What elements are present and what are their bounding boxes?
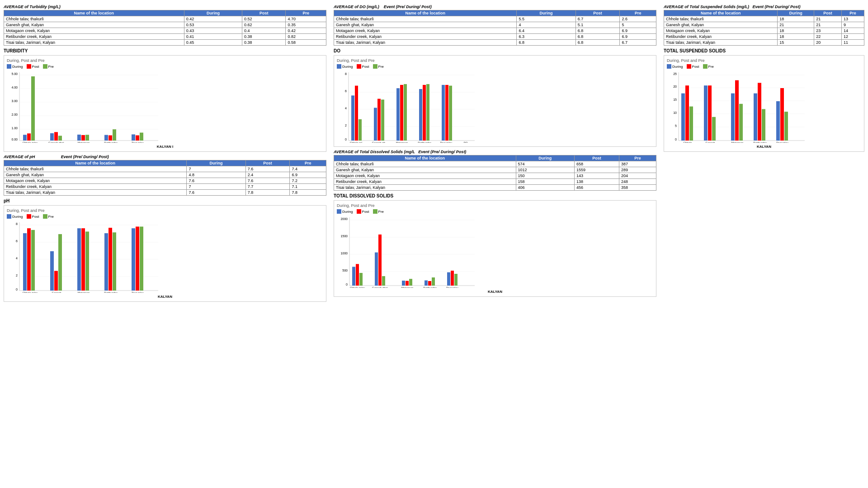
table-cell: Tisai talav, Jarimari, Kalyan [334,185,516,191]
svg-rect-102 [423,85,426,141]
table-cell: 4.70 [286,16,326,22]
svg-rect-133 [409,279,412,286]
svg-rect-93 [374,108,377,141]
tss-chart-title: During, Post and Pre [667,58,861,63]
svg-rect-103 [426,84,429,141]
svg-text:Retibunder: Retibunder [104,141,117,143]
table-cell: 7.7 [245,184,290,190]
table-cell: Tisai talav, Jarimari, Kalyan [664,40,778,46]
svg-text:Tisai talav,: Tisai talav, [132,291,144,293]
svg-rect-18 [50,133,54,141]
svg-text:Tisai talav,: Tisai talav, [446,286,459,288]
table-cell: Motagaon creek, Kalyan [664,28,778,34]
svg-text:2: 2 [16,274,18,277]
table-cell: 4.8 [187,172,245,178]
svg-rect-177 [754,94,757,141]
svg-rect-183 [776,101,780,141]
table-cell: 6.8 [517,40,576,46]
svg-text:8: 8 [16,222,18,225]
svg-text:Motagaon: Motagaon [78,141,90,143]
ph-chart-box: During, Post and Pre During Post Pre 8 6… [4,205,326,302]
table-cell: 7.6 [245,166,290,172]
ph-section: AVERAGE of pH Event (Pre/ During/ Post) … [4,155,326,302]
table-row: Chhole talav, thakurli0.420.524.70 [4,16,326,22]
svg-text:Ganesh: Ganesh [705,141,715,143]
svg-rect-58 [54,271,58,291]
do-col-during: During [517,10,576,16]
svg-text:Retibunder: Retibunder [104,291,117,293]
table-cell: Chhole talav, thakurli [4,166,187,172]
svg-rect-94 [377,99,381,141]
svg-rect-62 [77,228,81,291]
svg-text:8: 8 [345,72,347,75]
table-row: Retibunder creek, Kalyan158138248 [334,179,656,185]
turbidity-table: Name of the location During Post Pre Chh… [4,10,326,46]
svg-text:4: 4 [345,107,347,110]
svg-text:DO: DO [464,141,468,143]
table-cell: 6.3 [517,34,576,40]
table-cell: 21 [814,16,842,22]
svg-rect-67 [104,233,108,291]
table-cell: 0.43 [184,28,242,34]
table-cell: 0.35 [286,22,326,28]
svg-rect-20 [58,136,62,141]
svg-rect-15 [31,76,35,141]
table-cell: 18 [778,28,814,34]
svg-rect-105 [442,85,445,141]
table-cell: 6.9 [620,34,656,40]
turbidity-legend-post: Post [27,64,39,69]
svg-rect-184 [780,88,784,141]
table-cell: 21 [778,22,814,28]
svg-rect-57 [50,251,54,291]
do-col-name: Name of the location [334,10,517,16]
table-cell: 7.2 [290,178,326,184]
table-row: Retibunder creek, Kalyan6.36.86.9 [334,34,656,40]
table-cell: 658 [575,161,619,167]
table-cell: 7.6 [187,178,245,184]
tss-table-title: AVERAGE of Total Suspended Solids (mg/L)… [664,5,864,9]
table-row: Motagaon creek, Kalyan7.67.67.2 [4,178,326,184]
svg-rect-131 [402,281,405,286]
svg-text:Ganesh ghat,: Ganesh ghat, [48,141,65,143]
turbidity-legend-post-label: Post [32,65,39,69]
svg-rect-98 [400,85,403,141]
svg-text:10: 10 [673,111,677,114]
svg-text:Retibunder: Retibunder [753,141,766,143]
svg-text:0: 0 [345,138,347,141]
tss-chart-subtitle: KALYAN [667,145,861,149]
svg-text:Chhole: Chhole [683,141,692,143]
svg-text:Ganesh: Ganesh [52,291,61,293]
table-cell: 14 [841,28,864,34]
table-row: Ganesh ghat, Kalyan4.82.46.9 [4,172,326,178]
table-row: Chhole talav, thakurli77.67.4 [4,166,326,172]
do-table: Name of the location During Post Pre Chh… [334,10,656,46]
table-cell: Ganesh ghat, Kalyan [664,22,778,28]
svg-rect-63 [81,228,85,291]
table-cell: Ganesh ghat, Kalyan [334,22,517,28]
table-cell: 13 [841,16,864,22]
tss-col-pre: Pre [841,10,864,16]
svg-rect-142 [451,271,454,286]
table-cell: Motagaon creek, Kalyan [334,173,516,179]
table-cell: Motagaon creek, Kalyan [4,28,184,34]
svg-text:2000: 2000 [340,217,348,221]
turbidity-chart-box: During, Post and Pre During Post Pre [4,55,326,152]
table-cell: 11 [841,40,864,46]
table-cell: 204 [619,173,656,179]
pre-color-dot [43,64,47,69]
table-cell: 1012 [516,167,575,173]
svg-text:Chhole talav,: Chhole talav, [350,286,366,288]
table-cell: 20 [814,40,842,46]
do-chart-svg: 8 6 4 2 0 Chhole tal.. [337,70,477,143]
left-panel: AVERAGE of Turbidity (mg/L) Name of the … [0,0,330,488]
svg-rect-161 [685,85,689,141]
table-cell: 23 [814,28,842,34]
turbidity-legend-pre-label: Pre [48,65,54,69]
svg-rect-178 [758,83,761,141]
table-cell: 7.8 [290,190,326,196]
svg-text:Motagaon: Motagaon [78,291,90,293]
svg-rect-162 [689,107,693,141]
svg-rect-54 [31,230,35,291]
ph-chart-title: During, Post and Pre [7,208,323,213]
svg-text:20: 20 [673,85,677,88]
